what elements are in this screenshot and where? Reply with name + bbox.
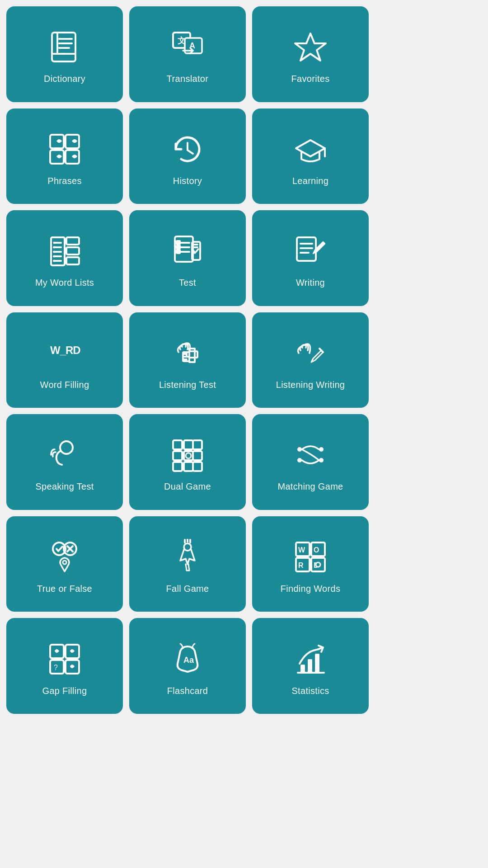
test-icon: [167, 231, 208, 271]
phrases-icon: [44, 129, 85, 170]
tile-matching-game[interactable]: Matching Game: [252, 414, 369, 510]
svg-rect-95: [308, 659, 312, 673]
svg-rect-24: [66, 247, 79, 255]
test-label: Test: [179, 278, 196, 288]
speaking-test-label: Speaking Test: [35, 481, 94, 492]
finding-words-label: Finding Words: [281, 584, 340, 594]
svg-rect-55: [173, 440, 182, 449]
svg-point-26: [53, 242, 56, 244]
svg-text:R: R: [298, 561, 304, 569]
tile-true-or-false[interactable]: True or False: [6, 516, 123, 612]
dual-game-icon: [167, 434, 208, 475]
svg-rect-62: [184, 462, 193, 471]
tile-writing[interactable]: Writing: [252, 210, 369, 306]
writing-icon: [290, 231, 331, 271]
flashcard-label: Flashcard: [167, 686, 208, 696]
tile-gap-filling[interactable]: ? Gap Filling: [6, 618, 123, 714]
svg-rect-48: [189, 351, 197, 358]
translator-icon: 文 A: [167, 27, 208, 67]
svg-rect-25: [66, 257, 79, 264]
svg-point-73: [63, 561, 66, 564]
tile-test[interactable]: Test: [129, 210, 246, 306]
svg-rect-61: [173, 462, 182, 471]
statistics-label: Statistics: [291, 686, 329, 696]
svg-text:W_RD: W_RD: [50, 344, 80, 356]
gap-filling-label: Gap Filling: [42, 686, 87, 696]
app-grid: Dictionary 文 A Translator Favorites: [0, 0, 375, 720]
svg-rect-63: [193, 462, 202, 471]
tile-favorites[interactable]: Favorites: [252, 6, 369, 102]
finding-words-icon: W O R D: [290, 537, 331, 577]
listening-writing-label: Listening Writing: [276, 380, 345, 390]
my-word-lists-label: My Word Lists: [35, 278, 94, 288]
fall-game-label: Fall Game: [166, 584, 209, 594]
dual-game-label: Dual Game: [164, 481, 211, 492]
tile-translator[interactable]: 文 A Translator: [129, 6, 246, 102]
tile-fall-game[interactable]: Fall Game: [129, 516, 246, 612]
tile-word-filling[interactable]: W_RD Word Filling: [6, 312, 123, 408]
svg-text:Aa: Aa: [183, 656, 194, 665]
favorites-label: Favorites: [291, 74, 330, 84]
statistics-icon: [290, 639, 331, 679]
dictionary-label: Dictionary: [44, 74, 85, 84]
writing-label: Writing: [296, 278, 325, 288]
svg-rect-56: [184, 440, 193, 449]
listening-writing-icon: [290, 333, 331, 373]
dictionary-icon: [44, 27, 85, 67]
svg-text:?: ?: [54, 664, 58, 671]
svg-text:O: O: [314, 546, 319, 554]
word-filling-icon: W_RD: [44, 333, 85, 373]
listening-test-label: Listening Test: [159, 380, 216, 390]
svg-text:W: W: [298, 546, 305, 554]
tile-dual-game[interactable]: Dual Game: [129, 414, 246, 510]
my-word-lists-icon: [44, 231, 85, 271]
history-icon: [167, 129, 208, 170]
svg-point-54: [60, 441, 73, 454]
svg-point-64: [186, 453, 191, 458]
learning-label: Learning: [292, 176, 328, 186]
svg-rect-57: [193, 440, 202, 449]
svg-point-86: [316, 562, 320, 567]
svg-line-15: [188, 150, 193, 154]
word-filling-label: Word Filling: [40, 380, 89, 390]
speaking-test-icon: [44, 434, 85, 475]
translator-label: Translator: [167, 74, 208, 84]
listening-test-icon: [167, 333, 208, 373]
tile-flashcard[interactable]: Aa Flashcard: [129, 618, 246, 714]
matching-game-label: Matching Game: [277, 481, 343, 492]
svg-rect-58: [173, 451, 182, 460]
tile-history[interactable]: History: [129, 108, 246, 204]
learning-icon: [290, 129, 331, 170]
svg-rect-94: [300, 665, 305, 673]
svg-point-29: [53, 255, 56, 258]
tile-statistics[interactable]: Statistics: [252, 618, 369, 714]
svg-point-74: [184, 543, 191, 551]
svg-point-28: [53, 251, 56, 253]
true-or-false-icon: [44, 537, 85, 577]
tile-listening-writing[interactable]: Listening Writing: [252, 312, 369, 408]
fall-game-icon: [167, 537, 208, 577]
tile-listening-test[interactable]: Listening Test: [129, 312, 246, 408]
tile-my-word-lists[interactable]: My Word Lists: [6, 210, 123, 306]
svg-point-27: [53, 246, 56, 249]
phrases-label: Phrases: [47, 176, 81, 186]
matching-game-icon: [290, 434, 331, 475]
favorites-icon: [290, 27, 331, 67]
tile-dictionary[interactable]: Dictionary: [6, 6, 123, 102]
flashcard-icon: Aa: [167, 639, 208, 679]
tile-learning[interactable]: Learning: [252, 108, 369, 204]
svg-rect-96: [315, 654, 319, 673]
true-or-false-label: True or False: [37, 584, 92, 594]
gap-filling-icon: ?: [44, 639, 85, 679]
history-label: History: [173, 176, 202, 186]
svg-marker-9: [295, 33, 326, 61]
tile-finding-words[interactable]: W O R D Finding Words: [252, 516, 369, 612]
tile-speaking-test[interactable]: Speaking Test: [6, 414, 123, 510]
svg-rect-60: [193, 451, 202, 460]
tile-phrases[interactable]: Phrases: [6, 108, 123, 204]
svg-point-30: [53, 260, 56, 262]
svg-rect-23: [66, 237, 79, 245]
